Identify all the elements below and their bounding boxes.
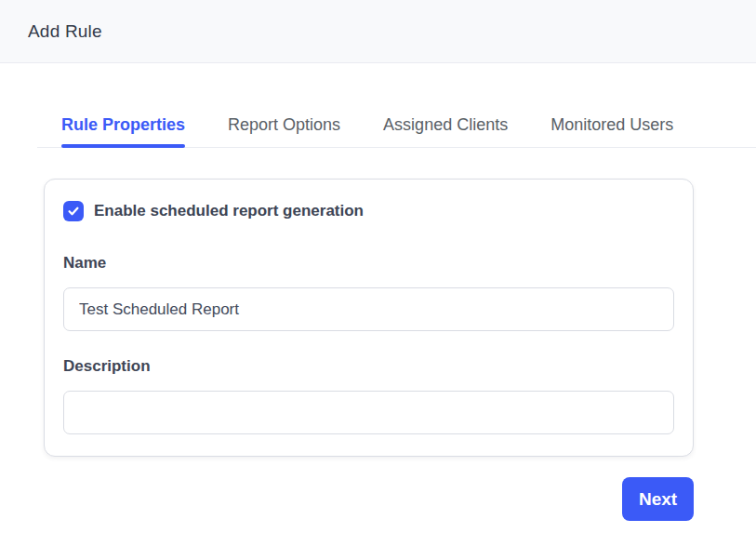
next-button[interactable]: Next (622, 477, 694, 521)
page-title: Add Rule (28, 21, 102, 42)
page-header: Add Rule (0, 0, 756, 63)
name-input[interactable] (63, 287, 674, 331)
tab-assigned-clients[interactable]: Assigned Clients (383, 115, 508, 147)
description-label: Description (63, 357, 674, 376)
enable-scheduled-report-label: Enable scheduled report generation (94, 202, 364, 220)
checkmark-icon (67, 205, 80, 218)
tab-rule-properties[interactable]: Rule Properties (61, 115, 185, 147)
name-label: Name (63, 254, 674, 273)
tab-bar: Rule Properties Report Options Assigned … (37, 63, 756, 148)
description-input[interactable] (63, 391, 674, 434)
enable-scheduled-report-row[interactable]: Enable scheduled report generation (63, 201, 674, 221)
tab-report-options[interactable]: Report Options (228, 115, 340, 147)
actions-bar: Next (44, 477, 694, 521)
tab-list: Rule Properties Report Options Assigned … (37, 115, 756, 147)
tab-monitored-users[interactable]: Monitored Users (550, 115, 673, 147)
rule-properties-card: Enable scheduled report generation Name … (44, 179, 694, 457)
add-rule-page: Add Rule Rule Properties Report Options … (0, 0, 756, 521)
enable-scheduled-report-checkbox[interactable] (63, 201, 84, 221)
